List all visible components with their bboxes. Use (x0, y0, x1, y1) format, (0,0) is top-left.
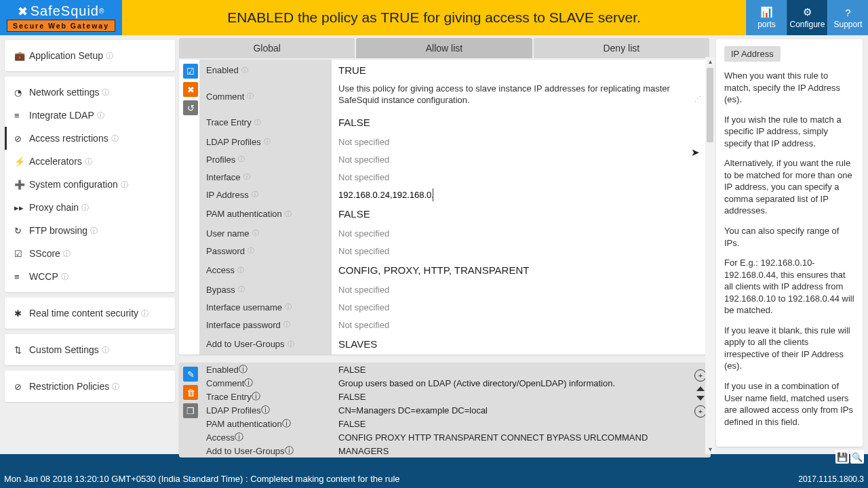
field-value-profiles: Not specified (332, 150, 711, 168)
move-up-button[interactable] (696, 386, 705, 391)
field-value-enabled[interactable]: TRUE (332, 60, 711, 81)
sliders-icon: ⇅ (14, 345, 29, 355)
field-value-user: Not specified (332, 224, 711, 242)
nav-icon: ⚡ (14, 157, 29, 167)
info-icon: ⓘ (237, 266, 244, 275)
info-icon: ⓘ (239, 363, 248, 375)
sidebar-item-rtcs[interactable]: ✱Real time content securityⓘ (5, 302, 175, 325)
rule-editor: ☑ ✖ ↺ EnabledⓘCommentⓘTrace EntryⓘLDAP P… (179, 60, 711, 354)
gear-icon: ⚙ (803, 6, 812, 18)
info-icon: ⓘ (243, 172, 250, 182)
nav-icon: ⊘ (14, 134, 29, 144)
scroll-up-icon[interactable]: ▴ (705, 57, 715, 66)
tab-allowlist[interactable]: Allow list (356, 38, 532, 58)
field-label-iuser: Interface usernameⓘ (199, 298, 298, 316)
revert-button[interactable]: ↺ (183, 100, 198, 115)
field-label-trace: Trace Entryⓘ (199, 112, 268, 133)
confirm-button[interactable]: ☑ (183, 64, 198, 79)
scroll-thumb[interactable] (707, 68, 713, 142)
send-icon[interactable]: ➤ (691, 146, 700, 159)
sidebar-item-8[interactable]: ≡WCCPⓘ (5, 265, 175, 288)
field-label-access: Accessⓘ (199, 260, 251, 281)
info-icon: ⓘ (106, 51, 113, 61)
sidebar-item-7[interactable]: ☑SScoreⓘ (5, 242, 175, 265)
sidebar-item-5[interactable]: ▸▸Proxy chainⓘ (5, 196, 175, 219)
field-label-interface: Interfaceⓘ (199, 168, 257, 186)
field-value-pam[interactable]: FALSE (332, 203, 711, 224)
nav-icon: ≡ (14, 110, 29, 121)
rule-collapsed: ✎ 🗑 ❐ Enabled ⓘComment ⓘTrace Entry ⓘLDA… (179, 363, 711, 458)
sidebar-item-restriction[interactable]: ⊘Restriction Policiesⓘ (5, 375, 175, 398)
field2-label-access: Access ⓘ (199, 430, 332, 444)
field-value-ip[interactable] (332, 186, 711, 203)
field-value-groups[interactable]: SLAVES (332, 333, 711, 354)
field-label-comment: Commentⓘ (199, 81, 260, 112)
sidebar-item-6[interactable]: ↻FTP browsingⓘ (5, 219, 175, 242)
ban-icon: ⊘ (14, 382, 29, 392)
delete-button[interactable]: 🗑 (183, 385, 198, 400)
field2-value-trace: FALSE (332, 390, 690, 403)
nav-configure[interactable]: ⚙Configure (787, 0, 827, 35)
info-icon: ⓘ (252, 390, 260, 403)
tab-global[interactable]: Global (179, 38, 355, 58)
clone-button[interactable]: ❐ (183, 403, 198, 418)
cancel-button[interactable]: ✖ (183, 82, 198, 97)
move-down-button[interactable] (696, 396, 705, 401)
field-label-ipass: Interface passwordⓘ (199, 316, 297, 333)
info-icon: ⓘ (241, 66, 248, 75)
chart-icon: 📊 (760, 6, 773, 18)
field2-label-ldap: LDAP Profiles ⓘ (199, 403, 332, 417)
nav-icon: ▸▸ (14, 203, 29, 213)
field-label-groups: Add to User-Groupsⓘ (199, 333, 301, 354)
nav-icon: ≡ (14, 272, 29, 282)
star-icon: ✱ (14, 308, 29, 319)
banner-message: ENABLED the policy as TRUE for giving ac… (122, 0, 746, 35)
tab-denylist[interactable]: Deny list (534, 38, 709, 58)
info-icon: ⓘ (252, 190, 258, 199)
nav-icon: ➕ (14, 180, 29, 190)
field2-value-enabled: FALSE (332, 363, 690, 376)
sidebar-item-4[interactable]: ➕System configurationⓘ (5, 173, 175, 196)
sidebar-item-appsetup[interactable]: 💼Application Setupⓘ (5, 44, 175, 67)
info-icon: ⓘ (102, 87, 109, 98)
info-icon: ⓘ (81, 203, 89, 213)
sidebar-item-0[interactable]: ◔Network settingsⓘ (5, 81, 175, 104)
sidebar-item-1[interactable]: ≡Integrate LDAPⓘ (5, 104, 175, 127)
info-icon: ⓘ (285, 209, 292, 219)
field-label-bypass: Bypassⓘ (199, 281, 252, 298)
info-icon: ⓘ (247, 92, 254, 101)
logo: ✖SafeSquid® Secure Web Gateway (0, 0, 122, 35)
field2-value-pam: FALSE (332, 417, 690, 430)
field2-value-groups: MANAGERS (332, 444, 690, 458)
info-icon: ⓘ (111, 134, 119, 144)
info-icon: ⓘ (235, 431, 243, 443)
field2-label-groups: Add to User-Groups ⓘ (199, 444, 332, 458)
field-label-pass: Passwordⓘ (199, 242, 261, 260)
info-icon: ⓘ (254, 118, 261, 127)
field2-label-comment: Comment ⓘ (199, 376, 332, 390)
sidebar-item-custom[interactable]: ⇅Custom Settingsⓘ (5, 338, 175, 361)
edit-button[interactable]: ✎ (183, 367, 198, 382)
sidebar-item-2[interactable]: ⊘Access restrictionsⓘ (5, 127, 175, 150)
field-value-trace[interactable]: FALSE (332, 112, 711, 133)
info-icon: ⓘ (288, 340, 294, 349)
ip-input[interactable] (338, 188, 433, 201)
search-icon[interactable]: 🔍 (850, 450, 864, 464)
sidebar-item-3[interactable]: ⚡Acceleratorsⓘ (5, 150, 175, 173)
field-value-comment[interactable]: Use this policy for giving access to sla… (332, 81, 711, 112)
field-label-ip: IP Addressⓘ (199, 186, 265, 203)
save-icon[interactable]: 💾 (835, 450, 849, 464)
info-icon: ⓘ (238, 155, 245, 164)
info-icon: ⓘ (283, 320, 290, 329)
field2-value-comment: Group users based on LDAP (Active direct… (332, 376, 690, 390)
nav-support[interactable]: ?Support (827, 0, 868, 35)
scrollbar[interactable]: ▴ ▾ (705, 57, 715, 454)
field-value-access[interactable]: CONFIG, PROXY, HTTP, TRANSPARENT (332, 260, 711, 281)
info-icon: ⓘ (121, 180, 128, 190)
resize-grip-icon[interactable]: ⋰ (694, 95, 701, 102)
info-icon: ⓘ (97, 110, 104, 121)
scroll-down-icon[interactable]: ▾ (705, 445, 715, 454)
wrench-icon: ✖ (18, 4, 28, 19)
info-icon: ⓘ (285, 445, 294, 457)
nav-ports[interactable]: 📊ports (746, 0, 787, 35)
